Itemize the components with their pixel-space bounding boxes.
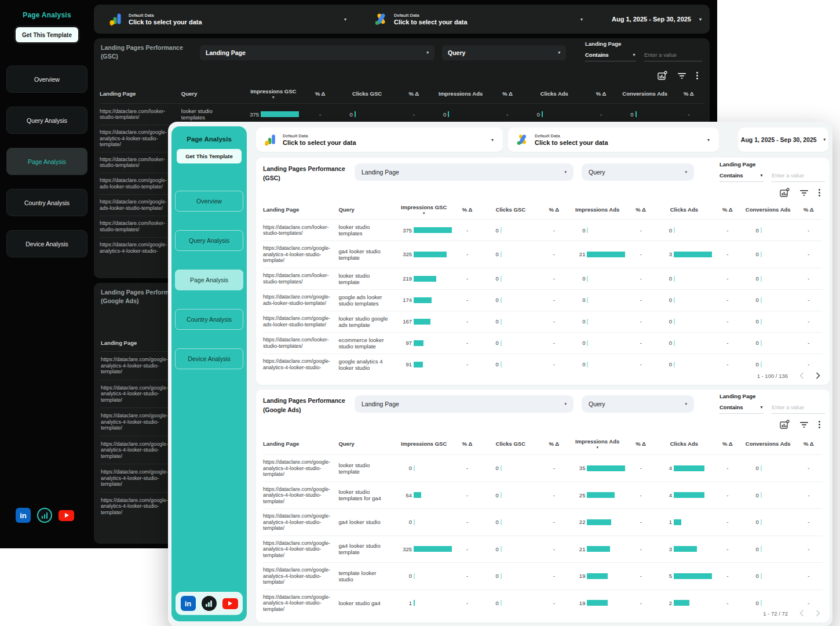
sidebar-item-device-analysis[interactable]: Device Analysis xyxy=(175,348,243,369)
filter-value-input[interactable] xyxy=(772,404,825,414)
breakdown-dropdown[interactable]: Query ▾ xyxy=(442,45,566,60)
next-page-icon[interactable] xyxy=(816,610,820,617)
column-header-delta[interactable]: % Δ xyxy=(453,441,481,447)
filter-operator-select[interactable]: Contains ▼ xyxy=(720,404,764,414)
next-page-icon[interactable] xyxy=(816,372,820,379)
dimension-dropdown[interactable]: Landing Page ▾ xyxy=(355,163,574,181)
filter-operator-select[interactable]: Contains ▼ xyxy=(720,172,764,182)
more-options-icon[interactable] xyxy=(819,421,820,428)
dataclare-logo-icon[interactable] xyxy=(37,508,52,523)
metric-value: 25 xyxy=(568,492,585,498)
filter-value-input[interactable] xyxy=(644,52,702,61)
metric-value: 0 xyxy=(568,340,585,346)
column-header-imp-ads[interactable]: Impressions Ads▼ xyxy=(568,438,626,449)
filter-icon[interactable] xyxy=(799,190,809,196)
column-header-delta[interactable]: % Δ xyxy=(795,206,823,213)
column-header-imp-gsc[interactable]: Impressions GSC xyxy=(395,441,453,447)
filter-icon[interactable] xyxy=(799,421,809,428)
sidebar-item-query-analysis[interactable]: Query Analysis xyxy=(175,230,243,251)
column-header-landing-page[interactable]: Landing Page xyxy=(263,441,338,447)
column-header-delta[interactable]: % Δ xyxy=(795,441,823,447)
delta-cell: - xyxy=(540,227,568,234)
column-header-conv-ads[interactable]: Conversions Ads xyxy=(742,206,795,213)
caret-down-icon: ▾ xyxy=(491,137,494,143)
dimension-dropdown[interactable]: Landing Page ▾ xyxy=(200,45,434,60)
column-header-clicks-gsc[interactable]: Clicks GSC xyxy=(481,206,540,213)
column-header-delta[interactable]: % Δ xyxy=(540,206,568,213)
column-header-delta[interactable]: % Δ xyxy=(399,90,429,97)
column-header-delta[interactable]: % Δ xyxy=(714,206,742,213)
more-options-icon[interactable] xyxy=(696,72,698,79)
sidebar-item-country-analysis[interactable]: Country Analysis xyxy=(175,309,243,330)
column-header-delta[interactable]: % Δ xyxy=(674,90,704,97)
get-template-button[interactable]: Get This Template xyxy=(16,27,78,42)
column-header-imp-ads[interactable]: Impressions Ads xyxy=(429,90,492,97)
column-header-delta[interactable]: % Δ xyxy=(627,441,655,447)
filter-icon[interactable] xyxy=(677,72,686,79)
column-header-delta[interactable]: % Δ xyxy=(305,90,335,97)
column-header-query[interactable]: Query xyxy=(338,206,395,213)
dataclare-logo-icon[interactable] xyxy=(202,596,217,611)
analytics-data-selector[interactable]: Default Data Click to select your data ▾ xyxy=(94,12,356,26)
sidebar-item-overview[interactable]: Overview xyxy=(175,191,243,212)
column-header-delta[interactable]: % Δ xyxy=(492,90,523,97)
metric-value: 0 xyxy=(742,546,759,552)
chart-config-icon[interactable] xyxy=(780,420,790,430)
column-header-imp-ads[interactable]: Impressions Ads xyxy=(568,206,626,213)
sidebar-item-query-analysis[interactable]: Query Analysis xyxy=(6,107,87,134)
sidebar-item-overview[interactable]: Overview xyxy=(6,65,87,93)
column-header-landing-page[interactable]: Landing Page xyxy=(263,206,338,213)
column-header-conv-ads[interactable]: Conversions Ads xyxy=(742,441,795,447)
clicks-gsc-cell: 0 xyxy=(481,227,540,234)
delta-cell: - xyxy=(627,546,655,552)
youtube-icon[interactable] xyxy=(59,510,74,521)
metric-bar xyxy=(501,465,502,471)
column-header-conv-ads[interactable]: Conversions Ads xyxy=(616,90,674,97)
more-options-icon[interactable] xyxy=(819,189,820,196)
chart-config-icon[interactable] xyxy=(780,188,790,198)
column-header-delta[interactable]: % Δ xyxy=(714,441,742,447)
sidebar-item-page-analysis[interactable]: Page Analysis xyxy=(175,270,243,290)
delta-cell: - xyxy=(540,297,568,303)
table-header-row: Landing PageQueryImpressions GSC▼% ΔClic… xyxy=(263,204,823,215)
column-header-clicks-ads[interactable]: Clicks Ads xyxy=(655,206,713,213)
column-header-landing-page[interactable]: Landing Page xyxy=(100,90,181,97)
clicks-ads-cell: 0 xyxy=(523,111,586,118)
linkedin-icon[interactable]: in xyxy=(16,508,31,523)
breakdown-dropdown[interactable]: Query ▾ xyxy=(582,163,694,181)
column-header-clicks-gsc[interactable]: Clicks GSC xyxy=(335,90,399,97)
dimension-dropdown[interactable]: Landing Page ▾ xyxy=(355,395,574,413)
sidebar-item-country-analysis[interactable]: Country Analysis xyxy=(6,189,87,216)
column-header-delta[interactable]: % Δ xyxy=(627,206,655,213)
column-header-query[interactable]: Query xyxy=(181,90,242,97)
metric-bar-track xyxy=(636,111,674,117)
column-header-clicks-ads[interactable]: Clicks Ads xyxy=(655,441,713,447)
metric-value: 91 xyxy=(395,361,412,367)
column-header-query[interactable]: Query xyxy=(338,441,395,447)
prev-page-icon[interactable] xyxy=(799,372,804,379)
column-header-landing-page[interactable]: Landing Page xyxy=(101,340,137,346)
prev-page-icon[interactable] xyxy=(799,610,804,617)
breakdown-dropdown[interactable]: Query ▾ xyxy=(582,395,694,413)
linkedin-icon[interactable]: in xyxy=(181,596,196,611)
column-header-imp-gsc[interactable]: Impressions GSC▼ xyxy=(395,204,453,215)
column-header-clicks-gsc[interactable]: Clicks GSC xyxy=(481,441,540,447)
date-range-selector[interactable]: Aug 1, 2025 - Sep 30, 2025 ▾ xyxy=(612,16,702,23)
youtube-icon[interactable] xyxy=(222,598,238,609)
ads-data-selector[interactable]: Default Data Click to select your data ▾ xyxy=(356,12,592,26)
analytics-data-selector[interactable]: Default Data Click to select your data ▾ xyxy=(256,128,503,152)
chart-config-icon[interactable] xyxy=(658,71,667,81)
column-header-delta[interactable]: % Δ xyxy=(453,206,481,213)
column-header-imp-gsc[interactable]: Impressions GSC▼ xyxy=(242,88,305,99)
sidebar-item-page-analysis[interactable]: Page Analysis xyxy=(6,148,87,175)
get-template-button[interactable]: Get This Template xyxy=(177,149,242,163)
metric-bar xyxy=(414,492,421,498)
ads-data-selector[interactable]: Default Data Click to select your data ▾ xyxy=(508,128,719,152)
filter-operator-select[interactable]: Contains ▼ xyxy=(585,52,636,61)
column-header-delta[interactable]: % Δ xyxy=(586,90,616,97)
filter-value-input[interactable] xyxy=(772,172,825,182)
date-range-selector[interactable]: Aug 1, 2025 - Sep 30, 2025 ▾ xyxy=(738,128,828,152)
column-header-clicks-ads[interactable]: Clicks Ads xyxy=(523,90,586,97)
column-header-delta[interactable]: % Δ xyxy=(540,441,568,447)
sidebar-item-device-analysis[interactable]: Device Analysis xyxy=(6,230,87,257)
